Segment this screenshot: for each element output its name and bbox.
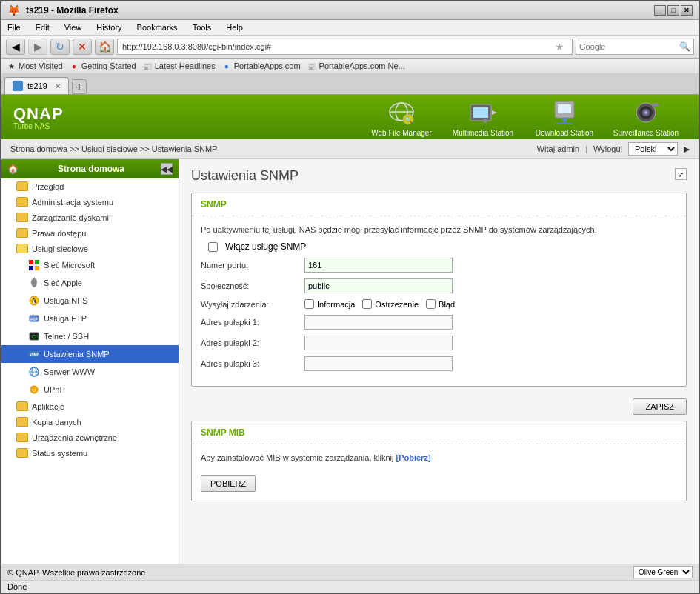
search-input[interactable]	[579, 42, 679, 51]
close-button[interactable]: ✕	[681, 5, 693, 16]
sidebar-item-usluga-nfs[interactable]: 🐧 Usługa NFS	[1, 292, 179, 310]
svg-rect-21	[35, 266, 39, 270]
event-warning-checkbox[interactable]	[362, 299, 372, 309]
maximize-button[interactable]: □	[667, 5, 679, 16]
enable-snmp-label: Włącz usługę SNMP	[225, 241, 306, 252]
svg-point-16	[644, 111, 647, 114]
back-button[interactable]: ◀	[6, 39, 25, 55]
surveillance-station-label: Surveillance Station	[613, 129, 679, 137]
upnp-icon: U	[28, 384, 40, 396]
user-bar: Witaj admin | Wyloguj Polski English ▶	[537, 142, 690, 156]
sidebar-collapse-button[interactable]: ◀◀	[161, 163, 173, 175]
bookmark-label: PortableApps.com	[234, 61, 301, 70]
stop-button[interactable]: ✕	[73, 39, 92, 55]
snmp-icon: SNMP	[28, 348, 40, 360]
qnap-header: QNAP Turbo NAS 🔍 Web File Manager	[1, 95, 699, 139]
expand-button[interactable]: ⤢	[675, 168, 687, 180]
bookmark-most-visited[interactable]: ★ Most Visited	[6, 61, 63, 71]
event-info-item: Informacja	[304, 299, 355, 309]
port-input[interactable]	[304, 258, 453, 273]
browser-status-text: Done	[7, 582, 27, 591]
search-bar[interactable]: 🔍	[576, 39, 694, 55]
window-controls: _ □ ✕	[654, 5, 693, 16]
event-error-item: Błąd	[426, 299, 455, 309]
nav-web-file-manager[interactable]: 🔍 Web File Manager	[361, 98, 442, 137]
bookmark-portableapps[interactable]: ● PortableApps.com	[221, 61, 301, 71]
event-info-label: Informacja	[317, 300, 355, 309]
nav-download-station[interactable]: Download Station	[524, 98, 605, 137]
sidebar-item-urzadzenia-zewnetrzne[interactable]: Urządzenia zewnętrzne	[1, 430, 179, 445]
enable-snmp-row: Włącz usługę SNMP	[201, 241, 677, 252]
download-button[interactable]: POBIERZ	[201, 475, 256, 492]
sidebar-item-admin-systemu[interactable]: Administracja systemu	[1, 194, 179, 210]
sidebar-item-prawa-dostepu[interactable]: Prawa dostępu	[1, 225, 179, 241]
sidebar-item-kopia-danych[interactable]: Kopia danych	[1, 414, 179, 430]
minimize-button[interactable]: _	[654, 5, 666, 16]
trap2-input[interactable]	[304, 336, 453, 350]
menu-history[interactable]: History	[93, 21, 124, 33]
logout-link[interactable]: Wyloguj	[593, 144, 622, 153]
sidebar-item-serwer-www[interactable]: Serwer WWW	[1, 363, 179, 381]
tab-favicon	[13, 81, 23, 91]
sidebar-item-zarzadzanie-dyskami[interactable]: Zarządzanie dyskami	[1, 210, 179, 225]
event-error-checkbox[interactable]	[426, 299, 436, 309]
sidebar-item-label: Przegląd	[32, 182, 64, 191]
bookmark-star[interactable]: ★	[551, 39, 567, 55]
folder-icon	[16, 181, 28, 191]
home-button[interactable]: 🏠	[95, 39, 114, 55]
language-select[interactable]: Polski English	[628, 142, 678, 156]
enable-snmp-checkbox[interactable]	[208, 242, 218, 252]
menu-tools[interactable]: Tools	[190, 21, 215, 33]
trap1-input[interactable]	[304, 315, 453, 330]
sidebar-item-przeglad[interactable]: Przegląd	[1, 178, 179, 194]
sidebar-item-uslugi-sieciowe[interactable]: Usługi sieciowe	[1, 241, 179, 256]
nav-surveillance-station[interactable]: Surveillance Station	[605, 98, 687, 137]
mib-download-link[interactable]: [Pobierz]	[396, 453, 430, 462]
search-icon[interactable]: 🔍	[679, 41, 690, 52]
bookmark-label: Most Visited	[19, 61, 63, 70]
sidebar-item-usluga-ftp[interactable]: FTP Usługa FTP	[1, 310, 179, 327]
nav-multimedia-station[interactable]: Multimedia Station	[442, 98, 524, 137]
sidebar-item-aplikacje[interactable]: Aplikacje	[1, 398, 179, 414]
bookmark-getting-started[interactable]: ● Getting Started	[69, 61, 136, 71]
sidebar-item-upnp[interactable]: U UPnP	[1, 381, 179, 398]
bookmark-label: Latest Headlines	[155, 61, 216, 70]
events-row: Wysyłaj zdarzenia: Informacja Ostrzeżeni…	[201, 299, 677, 309]
menu-help[interactable]: Help	[223, 21, 246, 33]
folder-icon	[16, 213, 28, 222]
sidebar-item-siec-apple[interactable]: Sieć Apple	[1, 274, 179, 292]
tab-close-icon[interactable]: ✕	[55, 82, 61, 90]
menu-bookmarks[interactable]: Bookmarks	[134, 21, 181, 33]
theme-select[interactable]: Olive Green Default	[633, 566, 693, 578]
sidebar-item-siec-microsoft[interactable]: Sieć Microsoft	[1, 256, 179, 274]
sidebar-item-label: Prawa dostępu	[32, 229, 86, 238]
save-button[interactable]: ZAPISZ	[633, 398, 687, 415]
menu-view[interactable]: View	[61, 21, 85, 33]
new-tab-button[interactable]: +	[72, 79, 87, 94]
bookmark-headlines[interactable]: 📰 Latest Headlines	[142, 61, 216, 71]
event-warning-item: Ostrzeżenie	[362, 299, 419, 309]
reload-button[interactable]: ↻	[50, 39, 70, 55]
menu-edit[interactable]: Edit	[33, 21, 53, 33]
trap3-input[interactable]	[304, 356, 453, 371]
community-input[interactable]	[304, 278, 453, 293]
sidebar-item-status-systemu[interactable]: Status systemu	[1, 445, 179, 461]
tab-bar: ts219 ✕ +	[1, 74, 699, 95]
event-info-checkbox[interactable]	[304, 299, 314, 309]
bookmark-portableapps2[interactable]: 📰 PortableApps.com Ne...	[307, 61, 405, 71]
portableapps-icon: ●	[221, 61, 232, 71]
sidebar-item-label: UPnP	[44, 385, 65, 394]
address-bar[interactable]: http://192.168.0.3:8080/cgi-bin/index.cg…	[117, 39, 573, 55]
menu-file[interactable]: File	[4, 21, 24, 33]
svg-marker-7	[492, 110, 497, 115]
separator: |	[585, 144, 587, 153]
forward-button[interactable]: ▶	[28, 39, 47, 55]
sidebar-item-telnet-ssh[interactable]: C:\ Telnet / SSH	[1, 327, 179, 345]
page-title: Ustawienia SNMP	[191, 168, 299, 184]
events-checkboxes: Informacja Ostrzeżenie Błąd	[304, 299, 455, 309]
trap3-label: Adres pułapki 3:	[201, 359, 304, 368]
sidebar-item-ustawienia-snmp[interactable]: SNMP Ustawienia SNMP	[1, 345, 179, 363]
bookmark-label: Getting Started	[81, 61, 136, 70]
qnap-nav-icons: 🔍 Web File Manager Multimedia	[361, 98, 687, 137]
tab-ts219[interactable]: ts219 ✕	[4, 77, 69, 94]
